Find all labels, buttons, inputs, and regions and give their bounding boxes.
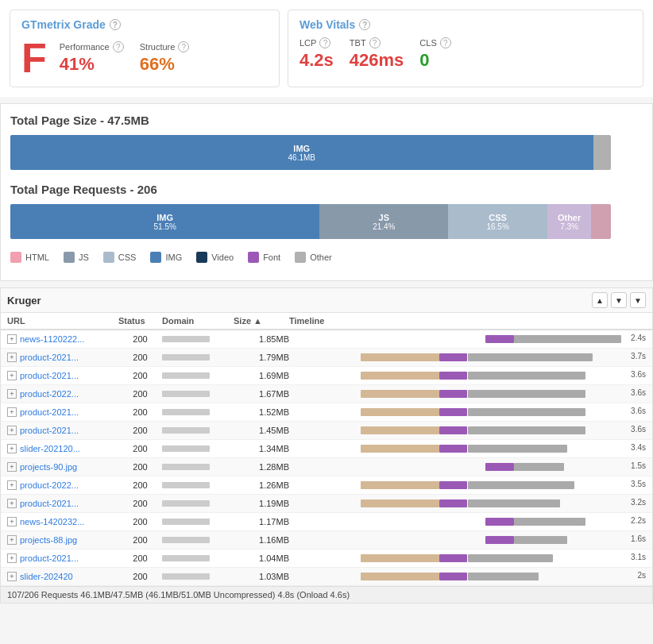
cell-url[interactable]: + product-2021... [7,371,118,380]
cell-size: 1.85MB [234,334,289,344]
timeline-tan-bar [361,408,439,416]
cell-size: 1.28MB [234,462,289,472]
expand-btn[interactable]: + [7,535,17,545]
legend-item: CSS [103,252,137,263]
cell-domain [162,445,234,452]
timeline-bar-container: 1.6s [289,534,646,546]
cell-status: 200 [118,553,162,563]
dropdown-btn[interactable]: ▼ [630,292,646,308]
cell-timeline: 3.6s [289,387,646,401]
table-row: + product-2022... 200 1.67MB 3.6s [1,385,652,403]
domain-bar [162,354,210,361]
scroll-up-btn[interactable]: ▲ [592,292,608,308]
timeline-gray-bar [468,353,593,361]
lcp-help-icon[interactable]: ? [319,37,330,48]
cell-url[interactable]: + product-2021... [7,499,118,508]
cls-metric: CLS ? 0 [419,37,450,71]
expand-btn[interactable]: + [7,426,17,435]
expand-btn[interactable]: + [7,371,17,380]
cell-url[interactable]: + product-2021... [7,407,118,417]
col-size-header[interactable]: Size ▲ [234,316,289,326]
url-text: product-2021... [20,371,79,380]
web-vitals-box: Web Vitals ? LCP ? 4.2s TBT ? 426ms CL [288,10,643,87]
url-text: slider-202120... [20,444,80,453]
legend-color [150,252,161,263]
cell-status: 200 [118,535,162,545]
cell-timeline: 3.7s [289,350,646,364]
cell-status: 200 [118,389,162,399]
cell-url[interactable]: + projects-90.jpg [7,462,118,472]
req-bar-row: IMG51.5%JS21.4%CSS16.5%Other7.3% [10,204,611,239]
timeline-gray-bar [468,372,585,380]
cls-help-icon[interactable]: ? [440,37,451,48]
expand-btn[interactable]: + [7,353,17,362]
expand-btn[interactable]: + [7,462,17,472]
expand-btn[interactable]: + [7,572,17,581]
cell-url[interactable]: + product-2022... [7,480,118,490]
scroll-down-btn[interactable]: ▼ [611,292,627,308]
cell-domain [162,555,234,561]
expand-btn[interactable]: + [7,553,17,563]
legend-color [10,252,21,263]
cell-url[interactable]: + news-1120222... [7,334,118,344]
structure-help-icon[interactable]: ? [178,41,189,52]
vitals-title-text: Web Vitals [299,18,355,31]
table-row: + slider-202420 200 1.03MB 2s [1,568,652,586]
cell-url[interactable]: + product-2022... [7,389,118,399]
legend-color [64,252,75,263]
timeline-bar-container: 3.6s [289,388,646,399]
grade-content: F Performance ? 41% Structure ? 66% [21,37,268,79]
cell-size: 1.45MB [234,426,289,435]
domain-bar [162,573,210,580]
size-bar-segment: IMG46.1MB [10,135,593,170]
page-size-title: Total Page Size - 47.5MB [10,114,643,127]
tbt-metric: TBT ? 426ms [350,37,404,71]
vitals-help-icon[interactable]: ? [359,19,370,30]
charts-section: Total Page Size - 47.5MB IMG46.1MB Total… [0,103,653,281]
legend-label: HTML [25,253,49,262]
expand-btn[interactable]: + [7,444,17,453]
page-size-chart: IMG46.1MB [10,135,643,170]
cell-url[interactable]: + product-2021... [7,426,118,435]
cell-url[interactable]: + news-1420232... [7,517,118,526]
performance-label: Performance ? [60,41,124,52]
cell-status: 200 [118,353,162,362]
domain-bar [162,519,210,525]
expand-btn[interactable]: + [7,480,17,490]
performance-help-icon[interactable]: ? [113,41,124,52]
cell-size: 1.52MB [234,407,289,417]
waterfall-title: Kruger [7,295,592,307]
legend-color [196,252,207,263]
tbt-label: TBT ? [350,37,404,48]
expand-btn[interactable]: + [7,499,17,508]
timeline-purple-bar [485,335,514,343]
table-row: + product-2021... 200 1.19MB 3.2s [1,495,652,513]
timeline-gray-bar [514,463,564,471]
gtmetrix-title-text: GTmetrix Grade [21,18,106,31]
url-text: product-2021... [20,353,79,362]
table-row: + product-2021... 200 1.69MB 3.6s [1,367,652,385]
expand-btn[interactable]: + [7,407,17,417]
cell-size: 1.34MB [234,444,289,453]
cell-url[interactable]: + slider-202120... [7,444,118,453]
timeline-bar-container: 3.4s [289,443,646,454]
gtmetrix-help-icon[interactable]: ? [110,19,121,30]
timeline-label: 3.1s [631,553,646,561]
timeline-label: 3.4s [631,443,646,452]
cell-url[interactable]: + slider-202420 [7,572,118,581]
expand-btn[interactable]: + [7,517,17,526]
cell-size: 1.03MB [234,572,289,581]
timeline-label: 2s [637,571,646,580]
timeline-gray-bar [514,536,567,544]
cell-url[interactable]: + product-2021... [7,353,118,362]
cell-domain [162,372,234,379]
table-row: + news-1420232... 200 1.17MB 2.2s [1,513,652,531]
tbt-help-icon[interactable]: ? [369,37,381,48]
timeline-label: 2.2s [631,516,646,525]
cell-url[interactable]: + product-2021... [7,553,118,563]
cell-url[interactable]: + projects-88.jpg [7,535,118,545]
expand-btn[interactable]: + [7,334,17,344]
expand-btn[interactable]: + [7,389,17,399]
timeline-label: 3.2s [631,498,646,507]
timeline-tan-bar [361,426,439,434]
